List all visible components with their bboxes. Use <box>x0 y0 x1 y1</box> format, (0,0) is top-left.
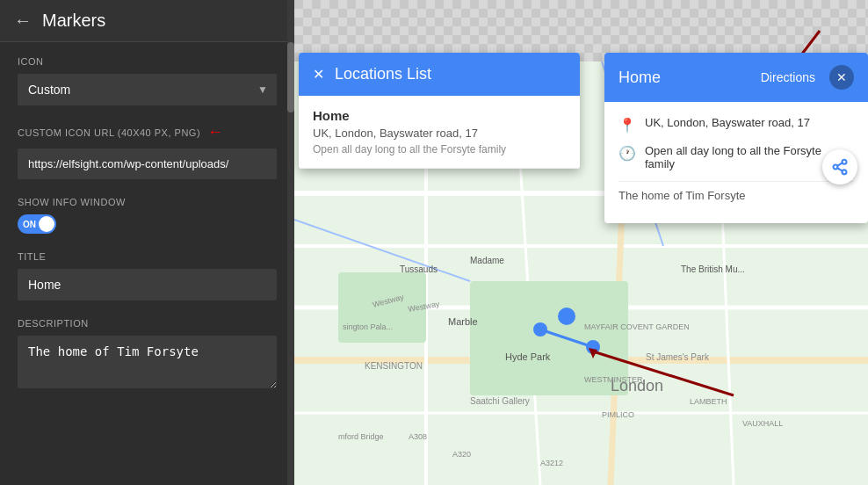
svg-text:Hyde Park: Hyde Park <box>505 351 551 362</box>
svg-text:A3212: A3212 <box>540 459 563 467</box>
toggle-row: ON <box>18 214 277 234</box>
info-address-row: 📍 UK, London, Bayswater road, 17 <box>618 116 854 134</box>
svg-text:Madame: Madame <box>470 256 504 265</box>
location-item-description: Open all day long to all the Forsyte fam… <box>313 143 566 156</box>
svg-text:A308: A308 <box>409 432 427 441</box>
svg-text:Marble: Marble <box>448 316 478 327</box>
svg-text:WESTMINSTER: WESTMINSTER <box>584 375 643 384</box>
back-button[interactable]: ← <box>14 11 32 31</box>
icon-label: ICON <box>18 56 277 67</box>
share-icon <box>831 158 849 176</box>
svg-line-48 <box>837 163 843 165</box>
icon-select[interactable]: Custom Default Pin <box>18 74 277 105</box>
info-description-text: The home of Tim Forsyte <box>618 181 854 209</box>
share-button[interactable] <box>822 149 857 185</box>
description-textarea[interactable]: The home of Tim Forsyte <box>18 336 277 388</box>
svg-text:KENSINGTON: KENSINGTON <box>365 361 423 371</box>
info-card-directions-button[interactable]: Directions <box>761 70 815 84</box>
show-info-label: SHOW INFO WINDOW <box>18 197 277 207</box>
left-panel: ← Markers ICON Custom Default Pin ▼ CUST… <box>0 0 294 485</box>
info-hours-row: 🕐 Open all day long to all the Forsyte f… <box>618 144 854 170</box>
show-info-toggle[interactable]: ON <box>18 214 56 234</box>
svg-text:MAYFAIR COVENT GARDEN: MAYFAIR COVENT GARDEN <box>584 322 690 331</box>
locations-list-close-button[interactable]: ✕ <box>313 66 324 83</box>
svg-text:mford Bridge: mford Bridge <box>338 432 384 441</box>
svg-text:VAUXHALL: VAUXHALL <box>742 419 783 428</box>
svg-point-17 <box>558 308 575 325</box>
svg-text:PIMLICO: PIMLICO <box>602 410 634 419</box>
svg-line-47 <box>837 168 843 170</box>
panel-header: ← Markers <box>0 0 294 42</box>
scrollbar-thumb[interactable] <box>287 42 294 112</box>
show-info-section: SHOW INFO WINDOW ON <box>18 197 277 234</box>
svg-text:LAMBETH: LAMBETH <box>690 397 727 406</box>
svg-text:sington Pala...: sington Pala... <box>343 322 393 331</box>
location-item[interactable]: Home UK, London, Bayswater road, 17 Open… <box>299 96 580 169</box>
svg-text:Tussauds: Tussauds <box>400 264 438 274</box>
info-address-text: UK, London, Bayswater road, 17 <box>645 116 810 129</box>
description-label: DESCRIPTION <box>18 318 277 329</box>
locations-list-title: Locations List <box>335 65 431 83</box>
toggle-on-label: ON <box>23 220 36 229</box>
scrollbar-track <box>287 0 294 485</box>
svg-text:A320: A320 <box>452 450 471 459</box>
info-card-title: Home <box>618 69 661 87</box>
panel-content: ICON Custom Default Pin ▼ CUSTOM ICON UR… <box>0 42 294 406</box>
svg-text:St James's Park: St James's Park <box>646 352 710 362</box>
red-arrow-icon: ← <box>207 123 223 141</box>
location-pin-icon: 📍 <box>618 117 636 134</box>
toggle-knob <box>39 216 54 232</box>
custom-icon-url-label: CUSTOM ICON URL (40X40 PX, PNG) <box>18 127 200 138</box>
icon-select-wrapper: Custom Default Pin ▼ <box>18 74 277 105</box>
location-item-address: UK, London, Bayswater road, 17 <box>313 127 566 140</box>
title-label: TITLE <box>18 251 277 262</box>
svg-text:The British Mu...: The British Mu... <box>681 264 745 274</box>
clock-icon: 🕐 <box>618 145 636 162</box>
info-card-header: Home Directions ✕ <box>604 53 868 102</box>
locations-list-popup: ✕ Locations List Home UK, London, Bayswa… <box>299 53 580 169</box>
panel-title: Markers <box>42 11 105 31</box>
locations-list-header: ✕ Locations List <box>299 53 580 96</box>
custom-icon-url-input[interactable] <box>18 148 277 179</box>
custom-icon-url-wrapper: CUSTOM ICON URL (40X40 PX, PNG) ← <box>18 123 277 141</box>
location-item-title: Home <box>313 108 566 123</box>
info-card: Home Directions ✕ 📍 UK, London, Bayswate… <box>604 53 868 223</box>
info-card-close-button[interactable]: ✕ <box>829 65 854 90</box>
right-panel: CROUCH END Tussauds Madame The British M… <box>294 0 868 485</box>
svg-text:Saatchi Gallery: Saatchi Gallery <box>470 396 530 406</box>
title-input[interactable] <box>18 269 277 300</box>
